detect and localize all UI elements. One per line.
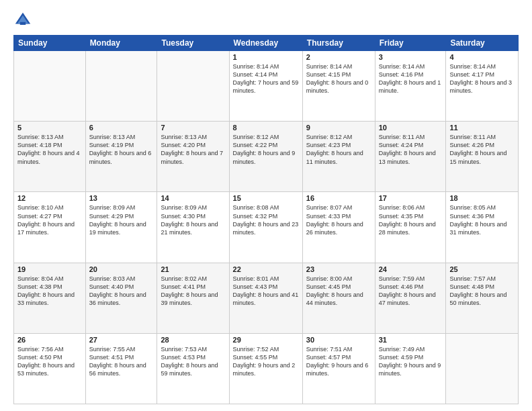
day-info: Sunrise: 7:55 AMSunset: 4:51 PMDaylight:… [89, 345, 154, 378]
week-row-4: 19Sunrise: 8:04 AMSunset: 4:38 PMDayligh… [14, 263, 519, 333]
day-info: Sunrise: 8:03 AMSunset: 4:40 PMDaylight:… [89, 275, 154, 308]
day-number: 17 [379, 194, 443, 202]
day-number: 28 [161, 336, 225, 344]
day-info: Sunrise: 8:08 AMSunset: 4:32 PMDaylight:… [233, 203, 299, 236]
calendar-cell: 20Sunrise: 8:03 AMSunset: 4:40 PMDayligh… [85, 263, 157, 333]
day-number: 27 [89, 336, 154, 344]
header-day-wednesday: Wednesday [229, 36, 302, 51]
week-row-3: 12Sunrise: 8:10 AMSunset: 4:27 PMDayligh… [14, 192, 519, 263]
day-info: Sunrise: 8:04 AMSunset: 4:38 PMDaylight:… [17, 275, 82, 308]
day-info: Sunrise: 7:59 AMSunset: 4:46 PMDaylight:… [379, 275, 443, 308]
day-info: Sunrise: 8:06 AMSunset: 4:35 PMDaylight:… [379, 203, 443, 236]
day-info: Sunrise: 8:01 AMSunset: 4:43 PMDaylight:… [233, 275, 299, 308]
day-number: 15 [233, 194, 299, 202]
calendar-cell: 16Sunrise: 8:07 AMSunset: 4:33 PMDayligh… [302, 192, 375, 263]
day-number: 20 [89, 265, 154, 273]
calendar-cell: 30Sunrise: 7:51 AMSunset: 4:57 PMDayligh… [302, 333, 375, 404]
calendar-cell [446, 333, 519, 404]
calendar-cell: 27Sunrise: 7:55 AMSunset: 4:51 PMDayligh… [85, 333, 157, 404]
day-info: Sunrise: 8:11 AMSunset: 4:26 PMDaylight:… [449, 133, 515, 166]
day-info: Sunrise: 8:14 AMSunset: 4:15 PMDaylight:… [306, 62, 371, 95]
day-number: 1 [233, 53, 299, 61]
day-info: Sunrise: 8:05 AMSunset: 4:36 PMDaylight:… [449, 203, 515, 236]
header-day-tuesday: Tuesday [157, 36, 229, 51]
calendar-cell: 22Sunrise: 8:01 AMSunset: 4:43 PMDayligh… [229, 263, 302, 333]
day-number: 13 [89, 194, 154, 202]
header-day-monday: Monday [85, 36, 157, 51]
calendar-cell: 1Sunrise: 8:14 AMSunset: 4:14 PMDaylight… [229, 51, 302, 122]
calendar-cell [157, 51, 229, 122]
day-info: Sunrise: 8:00 AMSunset: 4:45 PMDaylight:… [306, 275, 371, 308]
calendar-cell: 25Sunrise: 7:57 AMSunset: 4:48 PMDayligh… [446, 263, 519, 333]
calendar-cell: 9Sunrise: 8:12 AMSunset: 4:23 PMDaylight… [302, 122, 375, 192]
week-row-1: 1Sunrise: 8:14 AMSunset: 4:14 PMDaylight… [14, 51, 519, 122]
day-number: 10 [379, 124, 443, 132]
calendar-cell: 28Sunrise: 7:53 AMSunset: 4:53 PMDayligh… [157, 333, 229, 404]
calendar-cell: 2Sunrise: 8:14 AMSunset: 4:15 PMDaylight… [302, 51, 375, 122]
header-row: SundayMondayTuesdayWednesdayThursdayFrid… [14, 36, 519, 51]
day-number: 23 [306, 265, 371, 273]
day-number: 21 [161, 265, 225, 273]
week-row-5: 26Sunrise: 7:56 AMSunset: 4:50 PMDayligh… [14, 333, 519, 404]
calendar-cell: 10Sunrise: 8:11 AMSunset: 4:24 PMDayligh… [375, 122, 446, 192]
calendar-cell: 29Sunrise: 7:52 AMSunset: 4:55 PMDayligh… [229, 333, 302, 404]
day-info: Sunrise: 8:09 AMSunset: 4:29 PMDaylight:… [89, 203, 154, 236]
calendar-header: SundayMondayTuesdayWednesdayThursdayFrid… [14, 36, 519, 51]
day-info: Sunrise: 7:56 AMSunset: 4:50 PMDaylight:… [17, 345, 82, 378]
day-info: Sunrise: 8:14 AMSunset: 4:17 PMDaylight:… [449, 62, 515, 95]
day-info: Sunrise: 8:12 AMSunset: 4:22 PMDaylight:… [233, 133, 299, 166]
day-number: 5 [17, 124, 82, 132]
day-info: Sunrise: 8:13 AMSunset: 4:18 PMDaylight:… [17, 133, 82, 166]
day-info: Sunrise: 8:12 AMSunset: 4:23 PMDaylight:… [306, 133, 371, 166]
calendar-cell: 19Sunrise: 8:04 AMSunset: 4:38 PMDayligh… [14, 263, 86, 333]
calendar-cell: 15Sunrise: 8:08 AMSunset: 4:32 PMDayligh… [229, 192, 302, 263]
day-number: 6 [89, 124, 154, 132]
header-day-thursday: Thursday [302, 36, 375, 51]
calendar-cell: 17Sunrise: 8:06 AMSunset: 4:35 PMDayligh… [375, 192, 446, 263]
day-info: Sunrise: 8:09 AMSunset: 4:30 PMDaylight:… [161, 203, 225, 236]
calendar-cell: 8Sunrise: 8:12 AMSunset: 4:22 PMDaylight… [229, 122, 302, 192]
day-number: 24 [379, 265, 443, 273]
header-day-sunday: Sunday [14, 36, 86, 51]
day-number: 22 [233, 265, 299, 273]
calendar-cell: 26Sunrise: 7:56 AMSunset: 4:50 PMDayligh… [14, 333, 86, 404]
svg-rect-2 [20, 22, 26, 25]
calendar-cell: 31Sunrise: 7:49 AMSunset: 4:59 PMDayligh… [375, 333, 446, 404]
calendar-cell: 7Sunrise: 8:13 AMSunset: 4:20 PMDaylight… [157, 122, 229, 192]
day-number: 19 [17, 265, 82, 273]
day-info: Sunrise: 8:14 AMSunset: 4:14 PMDaylight:… [233, 62, 299, 95]
day-number: 4 [449, 53, 515, 61]
day-info: Sunrise: 8:10 AMSunset: 4:27 PMDaylight:… [17, 203, 82, 236]
calendar-body: 1Sunrise: 8:14 AMSunset: 4:14 PMDaylight… [14, 51, 519, 404]
day-info: Sunrise: 8:02 AMSunset: 4:41 PMDaylight:… [161, 275, 225, 308]
day-number: 12 [17, 194, 82, 202]
calendar-cell: 6Sunrise: 8:13 AMSunset: 4:19 PMDaylight… [85, 122, 157, 192]
day-number: 30 [306, 336, 371, 344]
logo [13, 11, 35, 30]
day-number: 9 [306, 124, 371, 132]
calendar-cell [85, 51, 157, 122]
day-number: 8 [233, 124, 299, 132]
page: SundayMondayTuesdayWednesdayThursdayFrid… [0, 0, 532, 411]
calendar-cell: 11Sunrise: 8:11 AMSunset: 4:26 PMDayligh… [446, 122, 519, 192]
calendar-cell: 12Sunrise: 8:10 AMSunset: 4:27 PMDayligh… [14, 192, 86, 263]
day-number: 18 [449, 194, 515, 202]
day-info: Sunrise: 8:11 AMSunset: 4:24 PMDaylight:… [379, 133, 443, 166]
day-info: Sunrise: 8:13 AMSunset: 4:19 PMDaylight:… [89, 133, 154, 166]
day-number: 29 [233, 336, 299, 344]
day-info: Sunrise: 7:49 AMSunset: 4:59 PMDaylight:… [379, 345, 443, 378]
day-number: 31 [379, 336, 443, 344]
week-row-2: 5Sunrise: 8:13 AMSunset: 4:18 PMDaylight… [14, 122, 519, 192]
logo-icon [13, 11, 32, 30]
day-info: Sunrise: 7:53 AMSunset: 4:53 PMDaylight:… [161, 345, 225, 378]
header-day-saturday: Saturday [446, 36, 519, 51]
calendar-table: SundayMondayTuesdayWednesdayThursdayFrid… [13, 35, 519, 404]
day-info: Sunrise: 8:14 AMSunset: 4:16 PMDaylight:… [379, 62, 443, 95]
day-number: 7 [161, 124, 225, 132]
header [13, 11, 519, 30]
calendar-cell: 3Sunrise: 8:14 AMSunset: 4:16 PMDaylight… [375, 51, 446, 122]
day-info: Sunrise: 7:57 AMSunset: 4:48 PMDaylight:… [449, 275, 515, 308]
day-info: Sunrise: 8:13 AMSunset: 4:20 PMDaylight:… [161, 133, 225, 166]
header-day-friday: Friday [375, 36, 446, 51]
calendar-cell: 4Sunrise: 8:14 AMSunset: 4:17 PMDaylight… [446, 51, 519, 122]
